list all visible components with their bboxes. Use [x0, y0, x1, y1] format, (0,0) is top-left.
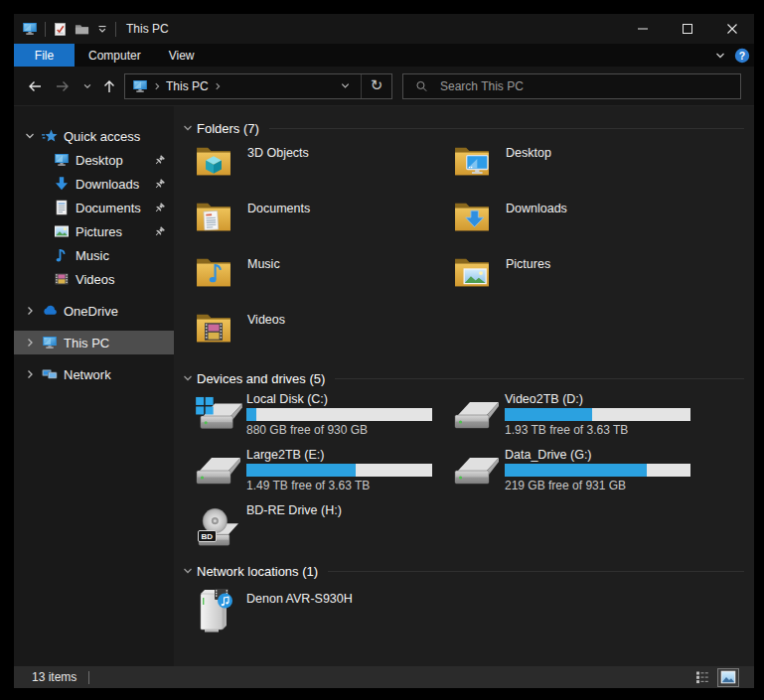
folder-name: Desktop: [506, 146, 551, 160]
chevron-right-icon[interactable]: [24, 337, 36, 349]
data-drive-g-icon: [453, 452, 501, 491]
desktop-icon: [54, 152, 70, 168]
window-title: This PC: [126, 22, 169, 36]
capacity-bar: [505, 464, 690, 477]
pin-icon: [154, 226, 165, 237]
tab-file[interactable]: File: [14, 44, 75, 67]
media-device-icon: [195, 588, 234, 635]
folder-tile-music[interactable]: Music: [195, 255, 453, 311]
sidebar-item-label: OneDrive: [64, 304, 118, 319]
sidebar-item-documents[interactable]: Documents: [14, 196, 174, 219]
customize-toolbar-icon[interactable]: [96, 23, 108, 35]
folder-tile-videos[interactable]: Videos: [195, 311, 453, 366]
pictures-icon: [54, 223, 70, 239]
view-buttons: [692, 669, 738, 686]
folder-tile-documents[interactable]: Documents: [195, 200, 453, 255]
address-dropdown-icon[interactable]: [334, 74, 356, 98]
drive-tile-bd-re-drive-h[interactable]: BD BD-RE Drive (H:): [195, 503, 453, 559]
free-space-text: 219 GB free of 931 GB: [505, 479, 690, 492]
sidebar-item-downloads[interactable]: Downloads: [14, 172, 174, 196]
new-folder-icon[interactable]: [75, 22, 89, 37]
folder-tile-3d-objects[interactable]: 3D Objects: [195, 144, 453, 200]
folder-tile-pictures[interactable]: Pictures: [453, 255, 711, 311]
capacity-bar-fill: [246, 464, 356, 477]
sidebar-item-label: Network: [64, 367, 111, 382]
refresh-button[interactable]: ↻: [362, 74, 391, 98]
sidebar-item-label: This PC: [64, 336, 109, 350]
sidebar-item-network[interactable]: Network: [14, 362, 174, 386]
sidebar-item-label: Desktop: [76, 153, 123, 168]
sidebar-item-pictures[interactable]: Pictures: [14, 219, 174, 243]
expand-ribbon-icon[interactable]: [714, 50, 726, 62]
drive-tile-data-drive-g[interactable]: Data_Drive (G:) 219 GB free of 931 GB: [453, 448, 711, 503]
folder-icon: [454, 200, 490, 232]
navigation-pane: Quick accessDesktopDownloadsDocumentsPic…: [14, 106, 174, 666]
this-pc-icon: [22, 21, 38, 37]
recent-locations-icon[interactable]: [79, 74, 95, 98]
section-header[interactable]: Folders (7): [182, 118, 750, 138]
details-view-button[interactable]: [692, 669, 712, 686]
drive-tile-local-disk-c[interactable]: Local Disk (C:) 880 GB free of 930 GB: [195, 392, 453, 448]
downloads-icon: [54, 176, 70, 192]
network-icon: [42, 366, 58, 382]
navigation-bar: This PC ↻: [14, 67, 754, 105]
breadcrumb-chevron-icon[interactable]: [213, 81, 223, 91]
search-box[interactable]: [402, 73, 741, 99]
chevron-down-icon[interactable]: [182, 372, 194, 384]
address-bar[interactable]: This PC ↻: [124, 73, 392, 99]
breadcrumb-chevron-icon[interactable]: [152, 81, 162, 91]
main-area: Quick accessDesktopDownloadsDocumentsPic…: [14, 105, 754, 666]
forward-button[interactable]: [52, 74, 74, 98]
section-header[interactable]: Devices and drives (5): [182, 368, 750, 388]
back-button[interactable]: [24, 74, 46, 98]
sidebar-item-onedrive[interactable]: OneDrive: [14, 299, 174, 323]
section-divider-line: [328, 571, 744, 572]
onedrive-icon: [42, 303, 58, 319]
disc-badge: BD: [198, 530, 217, 542]
content-pane: Folders (7) 3D Objects Desktop Documents…: [174, 106, 754, 666]
chevron-down-icon[interactable]: [24, 130, 36, 142]
properties-icon[interactable]: [53, 22, 68, 37]
minimize-button[interactable]: [620, 14, 665, 44]
sidebar-item-music[interactable]: Music: [14, 243, 174, 267]
free-space-text: 880 GB free of 930 GB: [246, 423, 432, 437]
section-header[interactable]: Network locations (1): [182, 561, 750, 581]
network-tile-denon-avr-s930h[interactable]: Denon AVR-S930H: [195, 588, 453, 643]
tab-view[interactable]: View: [155, 44, 209, 67]
sidebar-item-quick-access[interactable]: Quick access: [14, 124, 174, 148]
free-space-text: 1.49 TB free of 3.63 TB: [246, 479, 432, 492]
toolbar-separator: [45, 22, 46, 37]
capacity-bar: [246, 464, 432, 477]
section-title: Folders (7): [197, 121, 259, 136]
ribbon-tabs: File Computer View: [14, 44, 754, 67]
chevron-down-icon[interactable]: [182, 122, 194, 134]
drive-tile-video2tb-d[interactable]: Video2TB (D:) 1.93 TB free of 3.63 TB: [453, 392, 711, 448]
sidebar-item-label: Quick access: [64, 129, 140, 144]
chevron-right-icon[interactable]: [24, 368, 36, 380]
documents-icon: [54, 200, 70, 215]
sidebar-item-videos[interactable]: Videos: [14, 267, 174, 291]
search-icon: [415, 79, 428, 93]
folder-tile-downloads[interactable]: Downloads: [453, 200, 711, 255]
maximize-button[interactable]: [665, 14, 709, 44]
thumbnails-view-button[interactable]: [718, 669, 738, 686]
sidebar-item-desktop[interactable]: Desktop: [14, 148, 174, 172]
sidebar-item-this-pc[interactable]: This PC: [14, 331, 174, 354]
chevron-right-icon[interactable]: [24, 305, 36, 317]
breadcrumb[interactable]: This PC: [166, 79, 209, 93]
this-pc-icon: [42, 335, 58, 350]
pin-icon: [154, 155, 165, 166]
titlebar: This PC: [14, 14, 754, 44]
folder-tile-desktop[interactable]: Desktop: [453, 144, 711, 200]
close-button[interactable]: [709, 14, 754, 44]
up-button[interactable]: [98, 74, 120, 98]
chevron-down-icon[interactable]: [182, 565, 194, 577]
local-disk-c-icon: [195, 396, 242, 436]
tab-computer[interactable]: Computer: [75, 44, 155, 67]
help-icon[interactable]: [734, 48, 750, 64]
section-divider-line: [269, 128, 744, 129]
folder-icon: [454, 144, 490, 177]
drive-name: Video2TB (D:): [505, 392, 690, 407]
search-input[interactable]: [438, 78, 740, 94]
drive-tile-large2tb-e[interactable]: Large2TB (E:) 1.49 TB free of 3.63 TB: [195, 448, 453, 503]
